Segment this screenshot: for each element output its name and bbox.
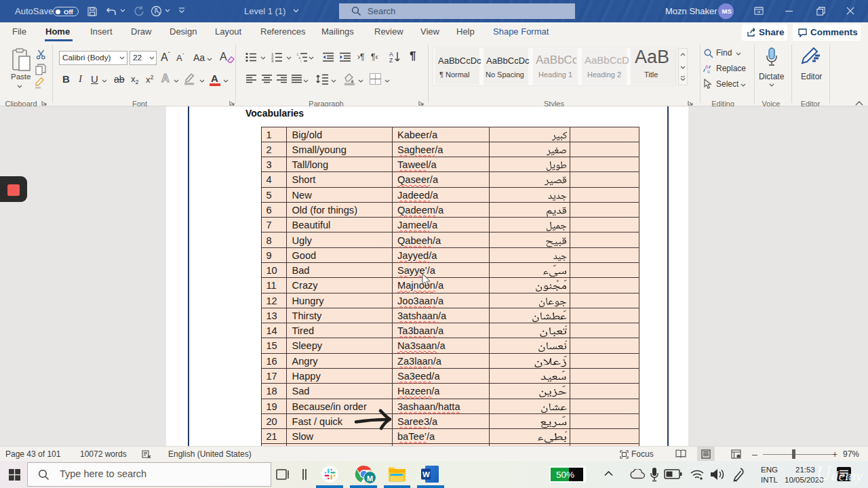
svg-text:Z: Z bbox=[389, 57, 393, 63]
svg-text:W: W bbox=[422, 470, 430, 479]
svg-text:c: c bbox=[707, 68, 710, 74]
svg-text:i: i bbox=[300, 59, 301, 62]
svg-text:3: 3 bbox=[271, 59, 274, 62]
